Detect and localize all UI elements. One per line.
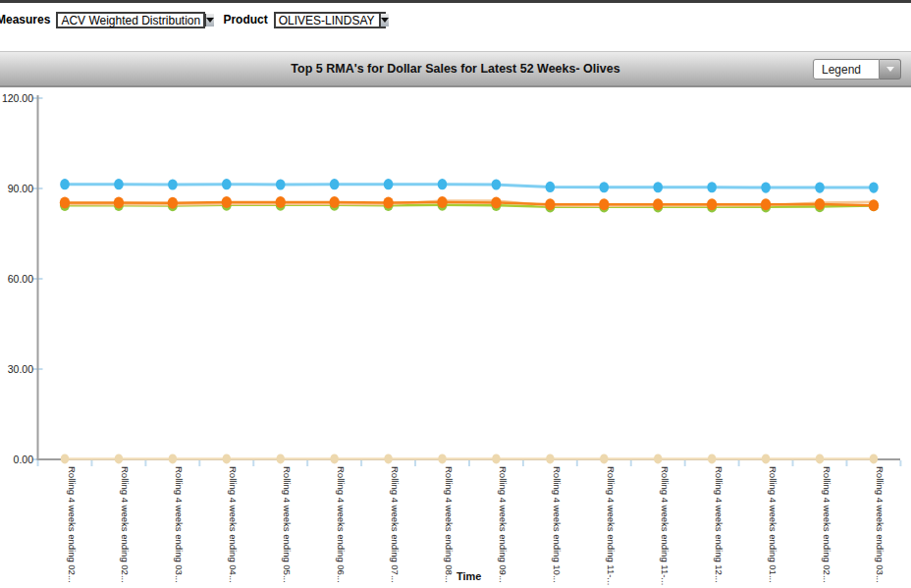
series-5-tan-marker bbox=[708, 454, 716, 463]
x-axis-label: Rolling 4 weeks ending 09... bbox=[498, 466, 509, 583]
line-chart: 0.0030.0060.0090.00120.00Rolling 4 weeks… bbox=[0, 88, 911, 588]
chevron-down-icon bbox=[886, 67, 894, 72]
series-1-blue-marker bbox=[815, 182, 825, 192]
x-axis-label: Rolling 4 weeks ending 02... bbox=[67, 466, 78, 583]
series-5-tan-marker bbox=[438, 454, 446, 463]
series-5-tan-marker bbox=[762, 454, 770, 463]
product-select[interactable]: OLIVES-LINDSAY bbox=[274, 12, 386, 28]
chart-title: Top 5 RMA's for Dollar Sales for Latest … bbox=[0, 52, 911, 85]
x-axis-label: Rolling 4 weeks ending 04... bbox=[228, 466, 239, 583]
series-2-orange-marker bbox=[491, 196, 501, 208]
dropdown-arrow-icon[interactable] bbox=[204, 14, 214, 27]
measures-label: Measures bbox=[0, 13, 50, 27]
series-1-blue-line bbox=[65, 185, 874, 187]
series-2-orange-marker bbox=[168, 197, 178, 209]
dropdown-arrow-icon[interactable] bbox=[379, 14, 389, 27]
series-1-blue-marker bbox=[330, 179, 340, 189]
x-axis-label: Rolling 4 weeks ending 07... bbox=[390, 466, 401, 583]
series-2-orange-marker bbox=[869, 199, 879, 211]
series-5-tan-marker bbox=[330, 454, 338, 463]
x-axis-label: Rolling 4 weeks ending 03... bbox=[174, 466, 185, 583]
series-2-orange-marker bbox=[329, 196, 339, 208]
x-axis-label: Rolling 4 weeks ending 01... bbox=[768, 466, 778, 583]
legend-control: Legend bbox=[813, 59, 901, 80]
series-5-tan-marker bbox=[654, 454, 662, 463]
y-axis-tick-label: 90.00 bbox=[8, 183, 33, 194]
x-axis-label: Rolling 4 weeks ending 10... bbox=[552, 466, 563, 583]
x-axis-label: Rolling 4 weeks ending 02... bbox=[822, 466, 832, 583]
series-5-tan-marker bbox=[492, 454, 500, 463]
x-axis-label: Rolling 4 weeks ending 05... bbox=[282, 466, 293, 583]
series-5-tan-marker bbox=[816, 454, 824, 463]
x-axis-label: Rolling 4 weeks ending 12... bbox=[714, 466, 724, 583]
series-1-blue-marker bbox=[600, 182, 610, 192]
series-2-orange-marker bbox=[222, 196, 232, 208]
series-5-tan-marker bbox=[870, 454, 878, 463]
series-2-orange-marker bbox=[545, 198, 555, 210]
series-2-orange-marker bbox=[276, 196, 286, 208]
legend-dropdown-button[interactable] bbox=[880, 59, 901, 80]
toolbar: Measures ACV Weighted Distribution Produ… bbox=[0, 3, 911, 36]
series-2-orange-marker bbox=[114, 196, 124, 208]
y-axis-tick-label: 30.00 bbox=[8, 363, 33, 375]
series-2-orange-marker bbox=[815, 198, 825, 210]
x-axis-label: Rolling 4 weeks ending 03... bbox=[875, 466, 885, 583]
series-1-blue-marker bbox=[546, 182, 556, 192]
series-5-tan-marker bbox=[546, 454, 554, 463]
y-axis-tick-label: 60.00 bbox=[8, 273, 33, 285]
series-5-tan-marker bbox=[115, 454, 123, 463]
series-1-blue-marker bbox=[653, 182, 663, 192]
product-label: Product bbox=[223, 13, 267, 27]
report-window: Measures ACV Weighted Distribution Produ… bbox=[0, 0, 911, 588]
chart-title-bar: Top 5 RMA's for Dollar Sales for Latest … bbox=[0, 51, 911, 87]
series-2-orange-marker bbox=[599, 198, 609, 210]
y-axis-tick-label: 120.00 bbox=[2, 92, 33, 104]
series-1-blue-marker bbox=[168, 179, 178, 189]
series-1-blue-marker bbox=[438, 179, 448, 189]
series-5-tan-marker bbox=[61, 454, 69, 463]
x-axis-label: Rolling 4 weeks ending 02... bbox=[120, 466, 131, 583]
series-1-blue-marker bbox=[222, 179, 232, 189]
y-axis-tick-label: 0.00 bbox=[14, 454, 34, 465]
series-5-tan-marker bbox=[223, 454, 231, 463]
series-2-orange-marker bbox=[60, 196, 70, 208]
series-2-orange-marker bbox=[707, 198, 717, 210]
x-axis-label: Rolling 4 weeks ending 11-... bbox=[660, 466, 670, 585]
legend-button[interactable]: Legend bbox=[813, 59, 880, 80]
series-5-tan-marker bbox=[277, 454, 285, 463]
series-1-blue-marker bbox=[869, 182, 879, 192]
series-1-blue-marker bbox=[114, 179, 124, 189]
x-axis-label: Rolling 4 weeks ending 06... bbox=[336, 466, 347, 583]
x-axis-label: Rolling 4 weeks ending 11-... bbox=[606, 466, 616, 585]
series-2-orange-marker bbox=[761, 198, 771, 210]
series-5-tan-marker bbox=[169, 454, 177, 463]
series-2-orange-marker bbox=[437, 196, 447, 208]
series-1-blue-marker bbox=[707, 182, 717, 192]
x-axis-label: Rolling 4 weeks ending 08... bbox=[444, 466, 455, 583]
series-1-blue-marker bbox=[276, 179, 286, 189]
x-axis-title: Time bbox=[456, 570, 481, 582]
measures-select[interactable]: ACV Weighted Distribution bbox=[56, 12, 205, 28]
series-5-tan-marker bbox=[384, 454, 392, 463]
series-5-tan-marker bbox=[600, 454, 608, 463]
measures-select-value: ACV Weighted Distribution bbox=[58, 14, 204, 27]
series-2-orange-marker bbox=[653, 198, 663, 210]
series-1-blue-marker bbox=[761, 182, 771, 192]
series-1-blue-marker bbox=[384, 179, 394, 189]
series-2-orange-marker bbox=[383, 196, 393, 208]
series-1-blue-marker bbox=[60, 179, 70, 189]
product-select-value: OLIVES-LINDSAY bbox=[276, 14, 379, 27]
series-1-blue-marker bbox=[492, 179, 502, 189]
